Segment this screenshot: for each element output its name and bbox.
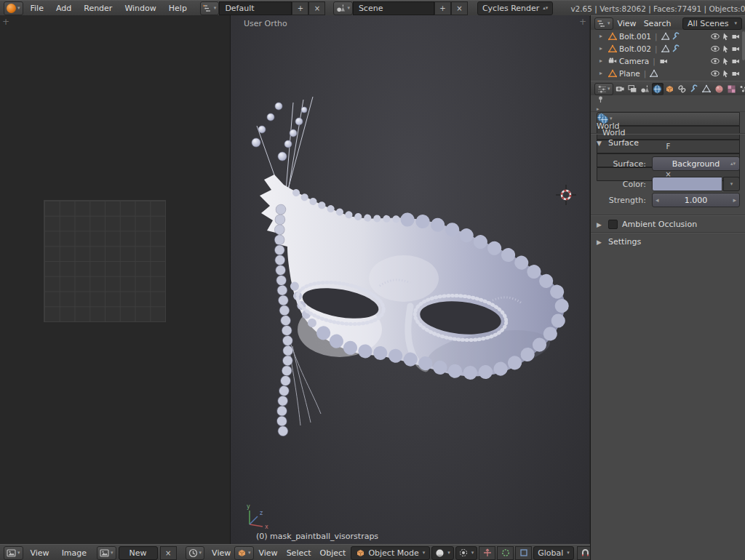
browse-screens-button[interactable]: ▾ <box>200 1 220 15</box>
region-expand-icon[interactable]: + <box>2 17 9 27</box>
expand-toggle-icon[interactable]: ▸ <box>599 33 606 39</box>
properties-header: ▾ <box>591 81 745 97</box>
color-swatch[interactable] <box>652 177 722 191</box>
pivot-point-selector[interactable]: ▾ <box>455 546 478 560</box>
menu-render[interactable]: Render <box>79 2 117 15</box>
chevron-down-icon: ▾ <box>347 6 350 11</box>
outliner-scrollbar[interactable] <box>742 31 745 60</box>
expand-toggle-icon[interactable]: ▸ <box>599 57 606 64</box>
surface-type-selector[interactable]: Background ▴▾ <box>652 156 740 171</box>
slider-right-arrow-icon[interactable]: ▸ <box>733 196 736 204</box>
menu-file[interactable]: File <box>25 2 49 15</box>
mesh-data-icon <box>702 84 712 94</box>
object-name: Bolt.001 <box>619 32 651 41</box>
manipulator-rotate-toggle[interactable] <box>497 546 514 560</box>
visibility-eye-toggle[interactable] <box>711 32 720 41</box>
renderability-toggle[interactable] <box>731 32 740 41</box>
editor-type-button-info[interactable]: ▾ <box>4 1 23 15</box>
browse-scenes-button[interactable]: ▾ <box>333 1 353 15</box>
strength-slider[interactable]: ◂ 1.000 ▸ <box>652 193 740 207</box>
chevron-down-icon: ▾ <box>610 116 613 121</box>
menu-add[interactable]: Add <box>51 2 76 15</box>
slider-left-arrow-icon[interactable]: ◂ <box>656 196 659 204</box>
editor-type-button-3d[interactable]: ▾ <box>234 546 254 560</box>
selectability-toggle[interactable] <box>721 32 730 41</box>
delete-screen-button[interactable]: × <box>308 1 325 15</box>
editor-type-button-secondary[interactable]: ▾ <box>186 546 205 560</box>
editor-type-button-outliner[interactable]: ▾ <box>594 17 613 30</box>
ambient-occlusion-panel-header[interactable]: ▶ Ambient Occlusion <box>591 215 745 233</box>
manipulator-scale-toggle[interactable] <box>515 546 532 560</box>
settings-panel-header[interactable]: ▶ Settings <box>591 233 745 250</box>
material-sphere-icon <box>714 84 724 94</box>
expand-toggle-icon[interactable]: ▸ <box>599 70 606 76</box>
outliner-row-camera[interactable]: ▸ Camera | <box>591 55 745 67</box>
tab-render[interactable] <box>615 83 626 95</box>
new-image-button[interactable]: New <box>119 546 158 560</box>
tab-modifiers[interactable] <box>689 83 701 95</box>
screen-layout-field[interactable]: Default <box>219 1 292 15</box>
menu-view-image-editor[interactable]: View <box>25 547 55 559</box>
image-editor-area[interactable]: + <box>0 15 231 544</box>
menu-object[interactable]: Object <box>316 547 350 559</box>
renderability-toggle[interactable] <box>731 44 740 53</box>
mesh-data-icon <box>661 44 669 52</box>
tab-object-data[interactable] <box>701 83 713 95</box>
tab-object[interactable] <box>664 83 676 95</box>
tab-world[interactable] <box>652 83 664 95</box>
visibility-eye-toggle[interactable] <box>711 69 720 78</box>
viewport-3d[interactable]: User Ortho + <box>231 15 589 544</box>
menu-view-outliner[interactable]: View <box>615 18 640 29</box>
chevron-down-icon: ▴▾ <box>730 161 736 167</box>
menu-search[interactable]: Search <box>641 18 674 29</box>
chain-icon <box>677 84 687 94</box>
mode-selector[interactable]: Object Mode ▾ <box>351 546 430 560</box>
chevron-down-icon: ▾ <box>214 6 217 11</box>
object-name: Plane <box>619 69 640 78</box>
tab-texture[interactable] <box>726 83 738 95</box>
add-scene-button[interactable]: + <box>434 1 451 15</box>
plus-icon: + <box>439 4 445 12</box>
pin-icon[interactable] <box>597 95 605 103</box>
scene-name-field[interactable]: Scene <box>353 1 434 15</box>
tab-particles[interactable] <box>738 83 745 95</box>
selectability-toggle[interactable] <box>721 57 730 65</box>
visibility-eye-toggle[interactable] <box>711 57 720 65</box>
tab-scene[interactable] <box>640 83 651 95</box>
add-screen-button[interactable]: + <box>292 1 308 15</box>
render-engine-selector[interactable]: Cycles Render ▴▾ <box>477 1 553 15</box>
divider: | <box>655 44 658 53</box>
expand-toggle-icon[interactable]: ▸ <box>599 45 606 52</box>
menu-help[interactable]: Help <box>164 2 192 15</box>
outliner-row-bolt002[interactable]: ▸ Bolt.002 | <box>591 42 745 55</box>
outliner-row-bolt001[interactable]: ▸ Bolt.001 | <box>591 30 745 42</box>
menu-image[interactable]: Image <box>57 547 92 559</box>
manipulator-translate-toggle[interactable] <box>479 546 495 560</box>
chevron-down-icon: ▾ <box>471 551 474 556</box>
delete-scene-button[interactable]: × <box>451 1 468 15</box>
browse-image-button[interactable]: ▾ <box>97 546 116 560</box>
uv-grid <box>44 200 166 322</box>
tab-material[interactable] <box>714 83 725 95</box>
outliner-filter-selector[interactable]: All Scenes ▾ <box>682 17 742 30</box>
editor-type-button-properties[interactable]: ▾ <box>594 83 613 95</box>
transform-orientation-selector[interactable]: Global ▾ <box>533 546 574 560</box>
surface-panel-title: Surface <box>608 138 639 148</box>
outliner-row-plane[interactable]: ▸ Plane | <box>591 67 745 79</box>
visibility-eye-toggle[interactable] <box>711 44 720 53</box>
viewport-shading-selector[interactable]: ▾ <box>431 546 454 560</box>
renderability-toggle[interactable] <box>731 57 740 65</box>
menu-select[interactable]: Select <box>283 547 315 559</box>
unlink-image-button[interactable]: × <box>160 546 177 560</box>
camera-data-icon <box>659 57 667 65</box>
tab-constraints[interactable] <box>677 83 688 95</box>
menu-view-3d[interactable]: View <box>255 547 282 559</box>
renderability-toggle[interactable] <box>731 69 740 78</box>
color-options-button[interactable]: ▾ <box>723 177 740 191</box>
editor-type-button-image[interactable]: ▾ <box>4 546 23 560</box>
tab-render-layers[interactable] <box>627 83 639 95</box>
ambient-occlusion-checkbox[interactable] <box>608 220 618 229</box>
selectability-toggle[interactable] <box>721 69 730 78</box>
selectability-toggle[interactable] <box>721 44 730 53</box>
menu-window[interactable]: Window <box>119 2 161 15</box>
